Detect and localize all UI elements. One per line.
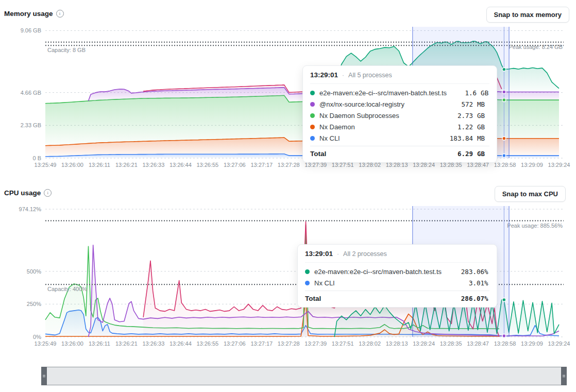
tooltip-row: Nx Daemon1.22GB [310,121,489,132]
x-axis-tick-label: 13:29:09 [521,162,543,168]
series-dot-icon [310,102,315,107]
process-unit: MB [477,134,489,142]
x-axis-tick-label: 13:26:55 [196,162,218,168]
process-name: e2e-maven:e2e-ci--src/maven-batch.test.t… [319,89,447,97]
hover-dot [502,298,506,301]
y-axis-tick-label: 9.06 GB [21,27,41,33]
charts-canvas[interactable]: 9.06 GB4.66 GB2.33 GB0 B13:25:4913:26:00… [0,0,576,392]
memory-hover-tooltip: 13:29:01 · All 5 processes e2e-maven:e2e… [302,65,497,163]
tooltip-row: @nx/nx-source:local-registry572MB [310,98,489,110]
tooltip-rows: e2e-maven:e2e-ci--src/maven-batch.test.t… [310,84,489,146]
tooltip-total-row: Total 6.29 GB [310,146,489,162]
total-value: 6.29 [443,150,473,158]
process-name: Nx Daemon [319,123,443,131]
tooltip-row: Nx Daemon Subprocesses2.73GB [310,110,489,121]
y-axis-tick-label: 250% [27,301,41,307]
hover-dot [502,90,506,94]
tooltip-rows: e2e-maven:e2e-ci--src/maven-batch.test.t… [305,263,489,291]
x-axis-tick-label: 13:26:11 [89,340,110,347]
x-axis-tick-label: 13:27:06 [224,162,246,168]
tooltip-separator: · [342,72,344,79]
hover-dot [502,137,506,140]
process-name: e2e-maven:e2e-ci--src/maven-batch.test.t… [314,268,451,276]
x-axis-tick-label: 13:28:58 [494,340,516,347]
x-axis-tick-label: 13:25:49 [35,162,57,168]
cpu-hover-tooltip: 13:29:01 · All 2 processes e2e-maven:e2e… [297,244,497,308]
x-axis-tick-label: 13:26:55 [196,340,218,347]
x-axis-tick-label: 13:27:28 [278,162,300,168]
process-value: 183.84 [443,134,473,142]
x-axis-tick-label: 13:26:21 [115,340,138,347]
process-name: @nx/nx-source:local-registry [319,100,443,108]
x-axis-tick-label: 13:27:28 [278,340,300,347]
x-axis-tick-label: 13:28:02 [359,340,381,347]
brush-handle-left[interactable] [41,367,47,385]
total-label: Total [310,150,443,158]
series-dot-icon [305,269,310,274]
series-dot-icon [310,113,315,118]
x-axis-tick-label: 13:27:39 [304,340,327,347]
tooltip-row: e2e-maven:e2e-ci--src/maven-batch.test.t… [310,87,489,98]
y-axis-tick-label: 0% [33,334,41,340]
hover-dot [502,154,506,158]
process-name: Nx CLI [319,134,443,142]
x-axis-tick-label: 13:25:49 [35,340,57,347]
x-axis-tick-label: 13:27:06 [224,340,246,347]
process-unit: GB [481,89,489,97]
total-unit: GB [477,150,489,158]
tooltip-time: 13:29:01 [305,250,333,258]
x-axis-tick-label: 13:29:24 [548,162,570,168]
x-axis-tick-label: 13:28:24 [413,340,435,347]
tooltip-subtitle: All 5 processes [348,72,392,79]
x-axis-tick-label: 13:28:13 [386,340,408,347]
series-dot-icon [310,136,315,141]
y-axis-tick-label: 974.12% [19,206,42,212]
hover-dot [502,67,506,71]
capacity-label: Capacity: 8 GB [47,47,86,53]
x-axis-tick-label: 13:27:17 [250,162,273,168]
tooltip-row: Nx CLI3.01% [305,277,489,288]
app-root: Memory usage i Snap to max memory CPU us… [0,0,576,392]
brush-handle-right[interactable] [561,367,567,385]
total-label: Total [305,295,451,302]
process-unit: GB [477,123,489,131]
process-name: Nx Daemon Subprocesses [319,112,443,120]
x-axis-tick-label: 13:26:11 [89,162,110,168]
process-unit: MB [477,100,489,108]
x-axis-tick-label: 13:26:00 [61,340,83,347]
series-dot-icon [310,125,315,129]
x-axis-tick-label: 13:26:33 [142,340,164,347]
y-axis-tick-label: 2.33 GB [21,122,41,128]
hover-dot [502,98,506,102]
x-axis-tick-label: 13:28:35 [440,340,462,347]
tooltip-header: 13:29:01 · All 5 processes [310,66,489,84]
tooltip-header: 13:29:01 · All 2 processes [305,245,489,263]
series-dot-icon [305,281,310,285]
process-unit: GB [477,112,489,120]
time-range-brush[interactable] [41,367,567,385]
tooltip-subtitle: All 2 processes [343,250,387,258]
x-axis-tick-label: 13:29:24 [548,340,570,347]
tooltip-row: e2e-maven:e2e-ci--src/maven-batch.test.t… [305,266,489,277]
process-value: 3.01 [451,279,484,287]
x-axis-tick-label: 13:26:00 [61,162,83,168]
process-value: 1.22 [443,123,473,131]
process-value: 572 [443,100,473,108]
total-unit: % [484,295,489,302]
tooltip-row: Nx CLI183.84MB [310,132,489,144]
x-axis-tick-label: 13:28:58 [494,162,516,168]
tooltip-total-row: Total 286.07 % [305,291,489,307]
process-name: Nx CLI [314,279,451,287]
tooltip-separator: · [337,250,339,258]
process-value: 2.73 [443,112,473,120]
x-axis-tick-label: 13:27:17 [250,340,273,347]
x-axis-tick-label: 13:26:33 [142,162,164,168]
x-axis-tick-label: 13:26:21 [115,162,138,168]
y-axis-tick-label: 500% [27,268,41,275]
y-axis-tick-label: 4.66 GB [21,90,41,96]
peak-label: Peak usage: 885.56% [507,223,563,229]
peak-label: Peak usage: 8.24 GB [509,44,563,50]
capacity-label: Capacity: 400% [47,286,87,292]
process-value: 1.6 [447,89,477,97]
tooltip-time: 13:29:01 [310,71,338,79]
